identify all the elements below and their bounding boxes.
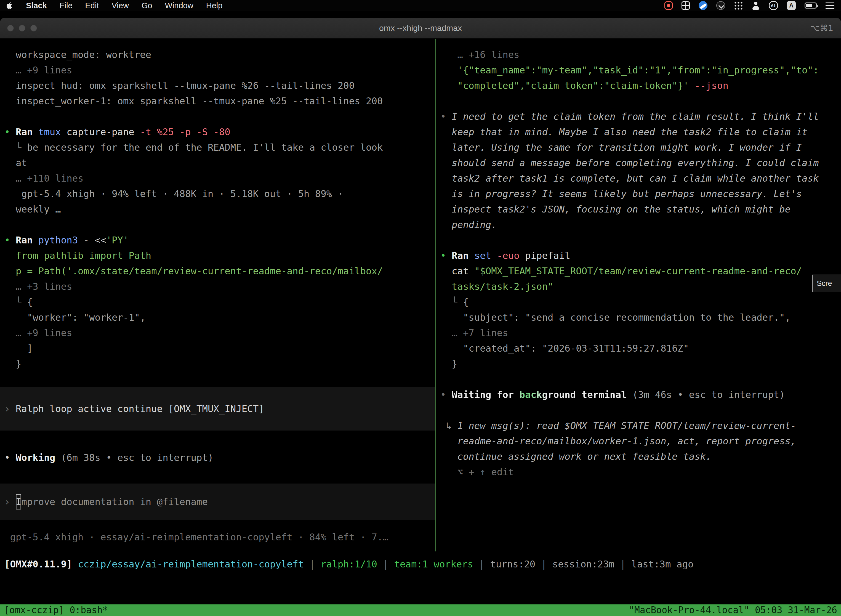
text-segment: Waiting for background terminal bbox=[452, 389, 627, 400]
terminal-line bbox=[440, 232, 841, 248]
working-status-line: • Working (6m 38s • esc to interrupt) bbox=[4, 450, 213, 465]
text-segment: └ bbox=[440, 296, 463, 308]
text-segment: I need to get the claim token from the c… bbox=[452, 111, 819, 122]
text-segment: from pathlib import Path bbox=[4, 250, 151, 261]
screen-recording-icon[interactable] bbox=[664, 1, 673, 10]
terminal-line: from pathlib import Path bbox=[4, 248, 435, 263]
text-segment: • bbox=[440, 250, 452, 261]
text-segment: inspect_hud: omx sparkshell --tmux-pane … bbox=[4, 80, 355, 91]
text-segment: continue assigned work or next feasible … bbox=[440, 451, 712, 462]
text-segment: └ bbox=[4, 296, 27, 308]
text-segment: is in progress? It seems likely but perh… bbox=[440, 188, 802, 199]
left-model-status: gpt-5.4 xhigh · essay/ai-reimplementatio… bbox=[4, 529, 388, 545]
terminal-line: "subject": "send a concise recommendatio… bbox=[440, 309, 841, 325]
text-segment: • bbox=[4, 126, 16, 138]
dark-app-icon[interactable] bbox=[716, 1, 725, 10]
window-title: omx --xhigh --madmax bbox=[0, 18, 841, 39]
terminal-line bbox=[440, 93, 841, 109]
window-grid-icon[interactable] bbox=[681, 1, 690, 10]
left-composer-input[interactable]: › Improve documentation in @filename bbox=[0, 484, 435, 520]
text-segment: "worker": "worker-1", bbox=[4, 312, 146, 323]
terminal-line bbox=[440, 402, 841, 418]
text-segment: › bbox=[4, 494, 16, 509]
text-segment: pipefail bbox=[525, 250, 570, 261]
text-segment: Working bbox=[16, 452, 55, 463]
text-segment: inspect task2's JSON, focusing on the st… bbox=[440, 204, 791, 215]
right-pane-scrollback: … +16 lines '{"team_name":"my-team","tas… bbox=[436, 39, 841, 480]
menu-item-window[interactable]: Window bbox=[165, 1, 193, 10]
terminal-line: '{"team_name":"my-team","task_id":"1","f… bbox=[440, 62, 841, 78]
text-segment: "completed","claim_token":"claim-token"}… bbox=[440, 80, 694, 91]
terminal-line: keep that in mind. Maybe I also need the… bbox=[440, 124, 841, 140]
terminal-line: └ be necessary for the end of the README… bbox=[4, 140, 435, 155]
terminal-line: • I need to get the claim token from the… bbox=[440, 109, 841, 124]
menu-item-view[interactable]: View bbox=[112, 1, 129, 10]
text-segment: Ran bbox=[452, 250, 474, 261]
text-segment: cat bbox=[440, 265, 474, 277]
text-segment: capture-pane bbox=[66, 126, 140, 138]
menu-item-file[interactable]: File bbox=[60, 1, 73, 10]
text-segment: • bbox=[440, 111, 452, 122]
right-pane[interactable]: … +16 lines '{"team_name":"my-team","tas… bbox=[436, 39, 841, 616]
text-segment: Ran bbox=[16, 235, 38, 246]
terminal-line: └ { bbox=[4, 294, 435, 309]
window-titlebar[interactable]: omx --xhigh --madmax ⌥⌘1 bbox=[0, 18, 841, 39]
text-segment: … +7 lines bbox=[440, 327, 508, 338]
text-segment: tmux bbox=[38, 126, 66, 138]
text-segment: Ran bbox=[16, 126, 38, 138]
text-segment: python3 bbox=[38, 235, 84, 246]
text-segment: Ralph loop active continue [OMX_TMUX_INJ… bbox=[16, 401, 264, 417]
text-segment: ⌥ + ↑ edit bbox=[440, 466, 514, 477]
menu-lines-icon[interactable] bbox=[826, 2, 834, 9]
text-segment: • bbox=[4, 235, 16, 246]
terminal-line: ] bbox=[4, 340, 435, 356]
battery-icon[interactable] bbox=[804, 3, 817, 9]
left-pane-scrollback: workspace_mode: worktree … +9 lines insp… bbox=[0, 39, 435, 371]
menu-item-help[interactable]: Help bbox=[206, 1, 223, 10]
apple-menu-icon[interactable] bbox=[7, 1, 13, 9]
text-segment: ralph:1/10 bbox=[321, 559, 377, 570]
menu-bar-left: Slack FileEditViewGoWindowHelp bbox=[7, 1, 223, 10]
terminal-line: task2 after task1 is complete, but can I… bbox=[440, 170, 841, 186]
input-source-icon[interactable]: A bbox=[787, 1, 796, 10]
text-segment: "created_at": "2026-03-31T11:59:27.816Z" bbox=[440, 343, 689, 354]
text-segment: team:1 workers bbox=[394, 559, 473, 570]
text-segment: | bbox=[304, 559, 321, 570]
text-segment: later. Using the same for transition mig… bbox=[440, 142, 802, 153]
left-pane[interactable]: workspace_mode: worktree … +9 lines insp… bbox=[0, 39, 435, 616]
text-segment: at bbox=[4, 157, 27, 168]
text-segment: task2 after task1 is complete, but can I… bbox=[440, 173, 819, 184]
text-segment: (3m 46s • esc to interrupt) bbox=[627, 389, 785, 400]
text-segment: gpt-5.4 xhigh · essay/ai-reimplementatio… bbox=[4, 532, 388, 543]
user-silhouette-icon[interactable] bbox=[752, 1, 760, 10]
terminal-line: ⌥ + ↑ edit bbox=[440, 464, 841, 480]
active-app-name[interactable]: Slack bbox=[26, 1, 47, 10]
text-segment: ] bbox=[4, 343, 32, 354]
terminal-window: omx --xhigh --madmax ⌥⌘1 workspace_mode:… bbox=[0, 18, 841, 616]
terminal-line: … +16 lines bbox=[440, 47, 841, 62]
blue-app-icon[interactable] bbox=[699, 1, 708, 10]
terminal-line: gpt-5.4 xhigh · 94% left · 488K in · 5.1… bbox=[4, 186, 435, 201]
text-segment: "subject": "send a concise recommendatio… bbox=[440, 312, 791, 323]
terminal-line: • Ran python3 - <<'PY' bbox=[4, 232, 435, 248]
text-segment: -euo bbox=[497, 250, 525, 261]
menu-bar-status-icons: 61A bbox=[664, 1, 834, 10]
battery-percent-icon[interactable]: 61 bbox=[769, 1, 778, 10]
text-segment: '{"team_name":"my-team","task_id":"1","f… bbox=[440, 65, 819, 76]
terminal-line: … +9 lines bbox=[4, 62, 435, 78]
tmux-session-window[interactable]: [omx-cczip] 0:bash* bbox=[4, 604, 108, 616]
text-segment: be necessary for the end of the README. … bbox=[27, 142, 383, 153]
text-segment: last:3m ago bbox=[631, 559, 693, 570]
text-segment: keep that in mind. Maybe I also need the… bbox=[440, 126, 807, 138]
text-segment: | bbox=[377, 559, 394, 570]
terminal-line: inspect_hud: omx sparkshell --tmux-pane … bbox=[4, 78, 435, 93]
text-segment: [OMX#0.11.9] bbox=[4, 559, 72, 570]
menu-item-go[interactable]: Go bbox=[142, 1, 152, 10]
terminal-line bbox=[440, 371, 841, 387]
text-segment: pending. bbox=[440, 219, 497, 230]
menu-item-edit[interactable]: Edit bbox=[85, 1, 99, 10]
text-segment: | bbox=[614, 559, 631, 570]
terminal-line: later. Using the same for transition mig… bbox=[440, 140, 841, 155]
dots-grid-icon[interactable] bbox=[734, 1, 743, 10]
terminal-line: continue assigned work or next feasible … bbox=[440, 449, 841, 464]
